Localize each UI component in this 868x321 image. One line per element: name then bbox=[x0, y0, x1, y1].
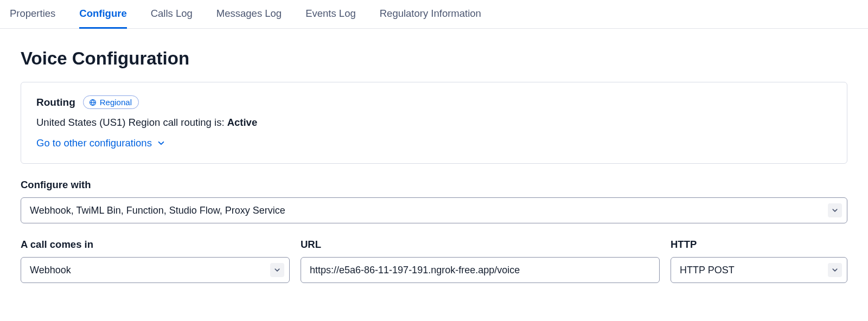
regional-badge-label: Regional bbox=[100, 98, 132, 107]
http-col: HTTP HTTP POST bbox=[671, 239, 847, 283]
url-label: URL bbox=[301, 239, 660, 251]
configure-with-label: Configure with bbox=[5, 179, 863, 191]
call-comes-in-label: A call comes in bbox=[21, 239, 290, 251]
chevron-down-icon bbox=[157, 139, 165, 147]
http-label: HTTP bbox=[671, 239, 847, 251]
tabs: Properties Configure Calls Log Messages … bbox=[0, 0, 868, 29]
regional-badge[interactable]: Regional bbox=[83, 95, 139, 109]
configure-with-select-wrap: Webhook, TwiML Bin, Function, Studio Flo… bbox=[21, 197, 847, 223]
tab-messages-log[interactable]: Messages Log bbox=[216, 0, 282, 28]
main-content: Voice Configuration Routing Regional bbox=[0, 29, 868, 283]
page-title: Voice Configuration bbox=[5, 48, 863, 69]
url-input[interactable] bbox=[301, 257, 660, 283]
configure-with-value: Webhook, TwiML Bin, Function, Studio Flo… bbox=[30, 205, 285, 216]
call-comes-in-col: A call comes in Webhook bbox=[21, 239, 290, 283]
routing-desc: United States (US1) Region call routing … bbox=[36, 117, 832, 129]
tab-regulatory-information[interactable]: Regulatory Information bbox=[380, 0, 481, 28]
routing-heading: Routing bbox=[36, 97, 75, 108]
configure-with-select[interactable]: Webhook, TwiML Bin, Function, Studio Flo… bbox=[21, 197, 847, 223]
routing-desc-text: United States (US1) Region call routing … bbox=[36, 117, 227, 128]
tab-properties[interactable]: Properties bbox=[10, 0, 55, 28]
routing-status: Active bbox=[227, 117, 258, 128]
globe-icon bbox=[89, 99, 97, 106]
call-comes-in-value: Webhook bbox=[30, 265, 71, 276]
tab-events-log[interactable]: Events Log bbox=[305, 0, 356, 28]
other-configurations-link[interactable]: Go to other configurations bbox=[36, 137, 165, 149]
tab-calls-log[interactable]: Calls Log bbox=[151, 0, 193, 28]
call-comes-in-select[interactable]: Webhook bbox=[21, 257, 290, 283]
url-col: URL bbox=[301, 239, 660, 283]
http-value: HTTP POST bbox=[680, 265, 735, 276]
call-config-row: A call comes in Webhook URL HTTP HTTP bbox=[5, 239, 863, 283]
http-select[interactable]: HTTP POST bbox=[671, 257, 847, 283]
tab-configure[interactable]: Configure bbox=[79, 0, 126, 28]
other-configurations-label: Go to other configurations bbox=[36, 137, 152, 149]
routing-card: Routing Regional United States (US1) Reg… bbox=[21, 82, 847, 164]
